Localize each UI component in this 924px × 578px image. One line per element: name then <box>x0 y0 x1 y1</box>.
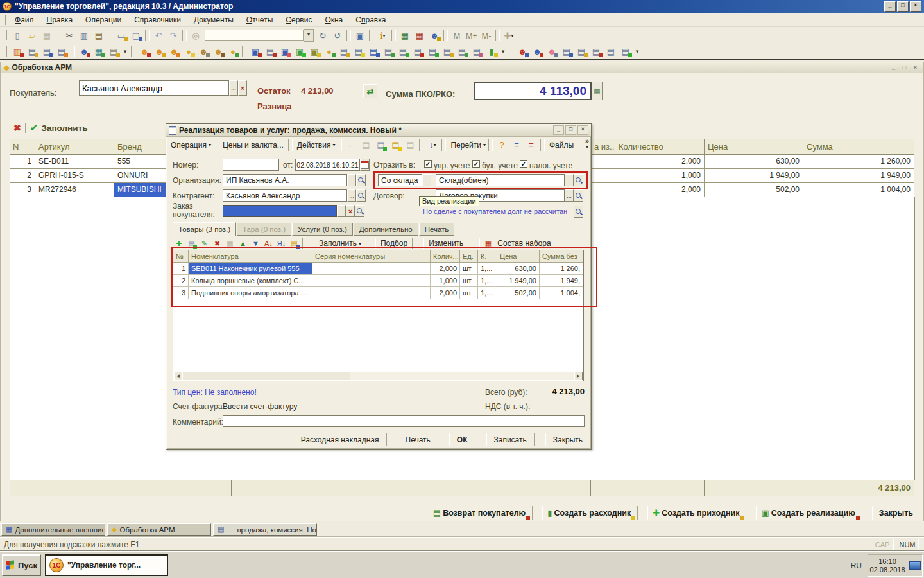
taskbar-app-button[interactable]: 1С "Управление торг... <box>45 554 168 576</box>
column-header[interactable]: К. <box>478 250 497 263</box>
customer-order-icon[interactable]: ☻ <box>137 45 151 58</box>
pick-button[interactable]: Подбор <box>378 238 410 249</box>
dropdown-icon[interactable]: ▾ <box>633 45 641 58</box>
find-prev-icon[interactable]: ↺ <box>330 29 345 42</box>
cash-register-icon[interactable]: ▦ <box>92 45 106 58</box>
sort-asc-icon[interactable]: А↓ <box>262 238 275 249</box>
print-form-3-icon[interactable]: ▤ <box>55 45 69 58</box>
reserved-icon[interactable]: ▦ <box>224 238 236 249</box>
organization-select-button[interactable]: ... <box>347 174 356 186</box>
refresh-button[interactable]: ⇄ <box>363 84 377 98</box>
contract-search-button[interactable] <box>574 189 583 202</box>
create-rashodnik-button[interactable]: ▮ Создать расходник <box>544 506 636 520</box>
counterparties-icon[interactable]: ☻ <box>77 45 91 58</box>
menu-documents[interactable]: Документы <box>187 14 240 26</box>
customer-account-icon[interactable]: ☻ <box>152 45 166 58</box>
move-up-icon[interactable]: ▲ <box>237 238 249 249</box>
fill-check-icon[interactable]: ✔ <box>30 123 38 133</box>
expense-invoice-button[interactable]: Расходная накладная <box>295 434 385 446</box>
column-header[interactable]: Цена <box>705 139 803 155</box>
pko-calculator-button[interactable]: ▦ <box>592 82 603 100</box>
supplier-report-icon[interactable]: ☻ <box>530 45 544 58</box>
warehouse-mode-input[interactable]: Со склада <box>378 174 422 186</box>
horizontal-scrollbar[interactable]: ◄ ► <box>174 372 583 380</box>
contractor-search-button[interactable] <box>356 189 366 202</box>
warehouse-search-button[interactable] <box>574 174 583 186</box>
pko-sum-value[interactable]: 4 113,00 <box>474 82 592 100</box>
column-header[interactable]: Номенклатура <box>189 250 312 263</box>
list-report-icon[interactable]: ▤ <box>604 45 618 58</box>
menu-operations[interactable]: Операции <box>79 14 128 26</box>
comment-input[interactable] <box>223 415 585 427</box>
plus-doc-icon[interactable]: ▤ <box>396 45 410 58</box>
dropdown-icon[interactable]: ▾ <box>499 45 507 58</box>
ok-button[interactable]: ОК <box>451 434 474 446</box>
menu-file[interactable]: Файл <box>8 14 40 26</box>
exchange-doc-icon[interactable]: ▤ <box>366 45 381 58</box>
fill-menu-button[interactable]: Заполнить ▾ <box>316 238 362 249</box>
goods-row[interactable]: 3 Подшипник опоры амортизатора ... 2,000… <box>173 287 583 299</box>
column-header[interactable]: Артикул <box>35 139 114 155</box>
scroll-right-icon[interactable]: ► <box>574 372 583 380</box>
person-doc-icon[interactable]: ▤ <box>470 45 484 58</box>
back-icon[interactable]: ← <box>344 139 358 152</box>
approve-doc-icon[interactable]: ▤ <box>425 45 440 58</box>
minimize-button[interactable]: _ <box>884 1 896 12</box>
invoice-doc-icon[interactable]: ▤ <box>352 45 366 58</box>
toolbar-overflow-icon[interactable]: » ▾ <box>585 138 589 150</box>
customer-payment-icon[interactable]: ☻ <box>167 45 181 58</box>
cut-icon[interactable]: ✂ <box>62 29 76 42</box>
return-to-buyer-button[interactable]: ▤ Возврат покупателю <box>430 506 531 520</box>
write-button[interactable]: Записать <box>488 434 533 446</box>
arm-restore-button[interactable]: □ <box>900 64 909 72</box>
tray-clock[interactable]: 16:10 02.08.2018 <box>868 554 923 577</box>
set-contents-icon[interactable]: ▦ <box>482 238 494 249</box>
restore-button[interactable]: □ <box>897 1 909 12</box>
menu-reports[interactable]: Отчеты <box>240 14 280 26</box>
wtab-sale-document[interactable]: ▤ ...: продажа, комиссия. Нов... <box>213 523 317 536</box>
sales-cart-icon[interactable]: ▣ <box>248 45 262 58</box>
close-arm-button[interactable]: Закрыть <box>874 506 918 520</box>
scroll-left-icon[interactable]: ◄ <box>174 372 182 380</box>
column-header[interactable]: N <box>10 139 35 155</box>
memory-plus-icon[interactable]: M+ <box>465 29 479 42</box>
goto-button[interactable]: Перейти ▾ <box>448 139 486 152</box>
dialog-close-button[interactable]: × <box>578 125 588 135</box>
check-report-icon[interactable]: ▤ <box>619 45 633 58</box>
copy-row-icon[interactable]: ▤ <box>185 238 198 249</box>
find-files-button[interactable]: Файлы <box>547 139 576 152</box>
debt-search-button[interactable] <box>574 206 583 218</box>
actions-button[interactable]: Действия ▾ <box>295 139 336 152</box>
arm-close-button[interactable]: × <box>911 64 920 72</box>
wtab-external-processings[interactable]: ▦ Дополнительные внешние ... <box>1 523 105 536</box>
memory-icon[interactable]: M <box>450 29 464 42</box>
goods-row[interactable]: 1 SEB011 Наконечник рулевой 555 2,000 шт… <box>173 263 583 275</box>
tab-goods[interactable]: Товары (3 поз.) <box>173 222 236 236</box>
new-document-icon[interactable]: ▯ <box>10 29 24 42</box>
contract-select-button[interactable]: ... <box>565 189 574 202</box>
arm-minimize-button[interactable]: _ <box>889 64 898 72</box>
coins-stack-icon[interactable]: ● <box>182 45 196 58</box>
warehouse-input[interactable]: Склад(обмен) <box>436 174 565 186</box>
info-icon[interactable]: ℹ ▾ <box>375 29 389 42</box>
fill-button[interactable]: Заполнить <box>41 123 87 133</box>
add-row-icon[interactable]: ✚ <box>173 238 185 249</box>
print-icon[interactable]: ▭ <box>114 29 128 42</box>
menu-edit[interactable]: Правка <box>40 14 80 26</box>
help-icon[interactable]: ? <box>495 139 509 152</box>
summary-report-2-icon[interactable]: ▤ <box>574 45 588 58</box>
set-contents-button[interactable]: Состав набора <box>495 238 553 249</box>
report-journal-icon[interactable]: ▥ <box>10 45 24 58</box>
order-input[interactable] <box>223 205 337 217</box>
change-button[interactable]: Изменить <box>426 238 466 249</box>
menu-help[interactable]: Справка <box>349 14 392 26</box>
list-settings-icon[interactable]: ≡ <box>509 139 524 152</box>
organization-input[interactable]: ИП Касьянов А.А. <box>223 174 347 186</box>
post-document-icon[interactable]: ▤ <box>388 139 402 152</box>
buyer-select-button[interactable]: ... <box>229 80 238 96</box>
close-dialog-button[interactable]: Закрыть <box>547 434 588 446</box>
unpost-document-icon[interactable]: ▤ <box>403 139 417 152</box>
order-clear-button[interactable]: × <box>346 205 355 217</box>
menu-references[interactable]: Справочники <box>128 14 187 26</box>
quick-search-input[interactable] <box>205 30 304 41</box>
